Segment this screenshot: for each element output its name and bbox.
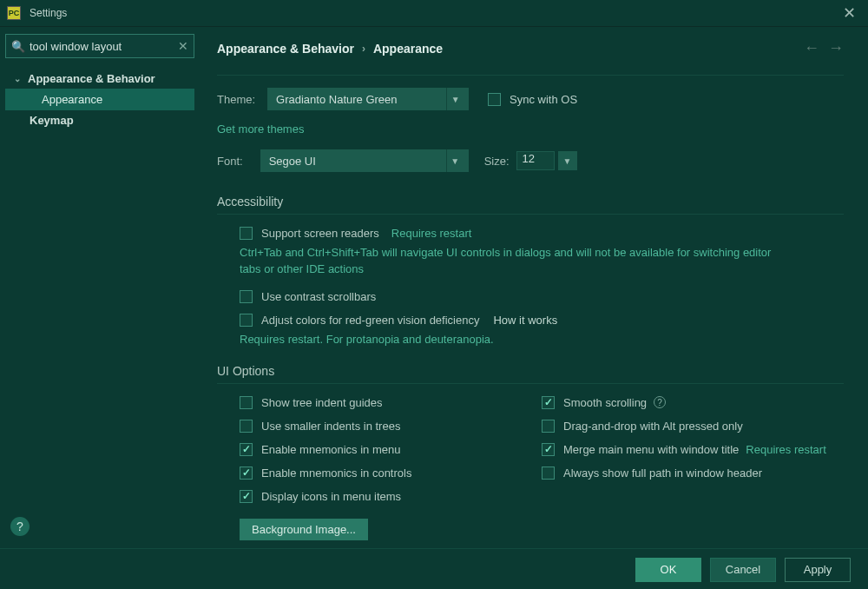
help-icon[interactable]: ? — [10, 517, 30, 536]
breadcrumb-root[interactable]: Appearance & Behavior — [217, 42, 354, 56]
section-divider — [217, 75, 844, 76]
content: Theme: Gradianto Nature Green ▼ Sync wit… — [200, 69, 868, 548]
main-panel: Appearance & Behavior › Appearance ← → T… — [200, 27, 868, 548]
tree-guides-row: Show tree indent guides — [240, 396, 542, 409]
smaller-indents-checkbox[interactable] — [240, 420, 253, 433]
contrast-scrollbars-row: Use contrast scrollbars — [217, 290, 844, 303]
merge-menu-label: Merge main menu with window title — [563, 443, 739, 456]
mnemonics-menu-checkbox[interactable] — [240, 443, 253, 456]
section-divider — [217, 383, 844, 384]
color-deficiency-hint: Requires restart. For protanopia and deu… — [217, 332, 781, 348]
search-field[interactable]: 🔍 ✕ — [5, 34, 194, 58]
tree-guides-label: Show tree indent guides — [261, 396, 382, 409]
screen-readers-hint: Ctrl+Tab and Ctrl+Shift+Tab will navigat… — [217, 245, 781, 278]
close-icon[interactable]: ✕ — [838, 2, 861, 24]
smaller-indents-label: Use smaller indents in trees — [261, 420, 400, 433]
chevron-down-icon: ▼ — [446, 88, 464, 110]
mnemonics-controls-label: Enable mnemonics in controls — [261, 467, 411, 480]
search-icon: 🔍 — [11, 40, 25, 53]
info-icon[interactable]: ? — [654, 396, 666, 408]
mnemonics-controls-row: Enable mnemonics in controls — [240, 467, 542, 480]
sidebar-item-appearance-behavior[interactable]: ⌄ Appearance & Behavior — [5, 69, 194, 89]
restart-hint: Requires restart — [391, 227, 471, 240]
smooth-scrolling-row: Smooth scrolling ? — [542, 396, 844, 409]
full-path-row: Always show full path in window header — [542, 467, 844, 480]
theme-value: Gradianto Nature Green — [276, 93, 397, 106]
merge-menu-checkbox[interactable] — [542, 443, 555, 456]
color-deficiency-checkbox[interactable] — [240, 314, 253, 327]
back-icon[interactable]: ← — [804, 39, 819, 57]
chevron-down-icon: ⌄ — [14, 74, 24, 83]
sidebar-item-keymap[interactable]: Keymap — [5, 110, 194, 130]
window-title: Settings — [30, 7, 67, 19]
chevron-down-icon: ▼ — [446, 149, 464, 172]
mnemonics-controls-checkbox[interactable] — [240, 467, 253, 480]
ui-col-right: Smooth scrolling ? Drag-and-drop with Al… — [542, 396, 844, 540]
forward-icon[interactable]: → — [828, 39, 844, 57]
body: 🔍 ✕ ⌄ Appearance & Behavior Appearance K… — [0, 27, 868, 548]
app-icon: PC — [7, 6, 21, 20]
sidebar-item-appearance[interactable]: Appearance — [5, 89, 194, 110]
cancel-button[interactable]: Cancel — [710, 558, 776, 582]
merge-menu-row: Merge main menu with window title Requir… — [542, 443, 844, 456]
sync-os-label: Sync with OS — [510, 93, 577, 106]
screen-readers-label: Support screen readers — [261, 227, 379, 240]
theme-dropdown[interactable]: Gradianto Nature Green ▼ — [267, 88, 469, 110]
contrast-scrollbars-checkbox[interactable] — [240, 290, 253, 303]
cancel-label: Cancel — [726, 563, 760, 576]
sidebar-item-label: Keymap — [30, 114, 74, 127]
ok-button[interactable]: OK — [635, 558, 701, 582]
ui-options-grid: Show tree indent guides Use smaller inde… — [217, 396, 844, 540]
font-row: Font: Segoe UI ▼ Size: 12 ▼ — [217, 149, 844, 172]
ui-col-left: Show tree indent guides Use smaller inde… — [240, 396, 542, 540]
ok-label: OK — [661, 563, 677, 576]
dnd-alt-label: Drag-and-drop with Alt pressed only — [563, 420, 743, 433]
section-divider — [217, 214, 844, 215]
font-size-label: Size: — [484, 155, 510, 168]
dnd-alt-checkbox[interactable] — [542, 420, 555, 433]
sidebar-item-label: Appearance — [42, 93, 102, 106]
smaller-indents-row: Use smaller indents in trees — [240, 420, 542, 433]
full-path-label: Always show full path in window header — [563, 467, 762, 480]
display-icons-row: Display icons in menu items — [240, 490, 542, 503]
chevron-down-icon[interactable]: ▼ — [558, 151, 577, 170]
sidebar: 🔍 ✕ ⌄ Appearance & Behavior Appearance K… — [0, 27, 200, 548]
sync-os-checkbox[interactable] — [488, 93, 501, 106]
mnemonics-menu-row: Enable mnemonics in menu — [240, 443, 542, 456]
get-more-themes-row: Get more themes — [217, 122, 844, 136]
get-more-themes-link[interactable]: Get more themes — [217, 122, 304, 136]
apply-label: Apply — [804, 563, 832, 576]
theme-row: Theme: Gradianto Nature Green ▼ Sync wit… — [217, 88, 844, 110]
clear-search-icon[interactable]: ✕ — [178, 39, 188, 53]
mnemonics-menu-label: Enable mnemonics in menu — [261, 443, 400, 456]
smooth-scrolling-label: Smooth scrolling — [563, 396, 647, 409]
font-size-stepper[interactable]: 12 ▼ — [516, 151, 577, 170]
theme-label: Theme: — [217, 93, 255, 106]
font-label: Font: — [217, 155, 243, 168]
color-deficiency-row: Adjust colors for red-green vision defic… — [217, 314, 844, 327]
merge-menu-hint: Requires restart — [746, 443, 825, 456]
background-image-label: Background Image... — [252, 523, 356, 536]
screen-readers-checkbox[interactable] — [240, 227, 253, 240]
apply-button[interactable]: Apply — [785, 558, 851, 582]
contrast-scrollbars-label: Use contrast scrollbars — [261, 290, 376, 303]
nav-arrows: ← → — [804, 39, 844, 57]
display-icons-checkbox[interactable] — [240, 490, 253, 503]
font-size-input[interactable]: 12 — [516, 151, 555, 170]
title-bar: PC Settings ✕ — [0, 0, 868, 26]
breadcrumb-leaf: Appearance — [373, 42, 443, 56]
color-deficiency-label: Adjust colors for red-green vision defic… — [261, 314, 479, 327]
how-it-works-link[interactable]: How it works — [493, 314, 557, 327]
chevron-right-icon: › — [362, 43, 365, 55]
tree-guides-checkbox[interactable] — [240, 396, 253, 409]
font-value: Segoe UI — [269, 155, 316, 168]
search-input[interactable] — [30, 40, 178, 53]
full-path-checkbox[interactable] — [542, 467, 555, 480]
accessibility-title: Accessibility — [217, 195, 844, 208]
font-dropdown[interactable]: Segoe UI ▼ — [260, 149, 469, 172]
screen-readers-row: Support screen readers Requires restart — [217, 227, 844, 240]
smooth-scrolling-checkbox[interactable] — [542, 396, 555, 409]
background-image-button[interactable]: Background Image... — [240, 519, 368, 540]
sidebar-footer: ? — [5, 512, 194, 541]
ui-options-title: UI Options — [217, 364, 844, 378]
